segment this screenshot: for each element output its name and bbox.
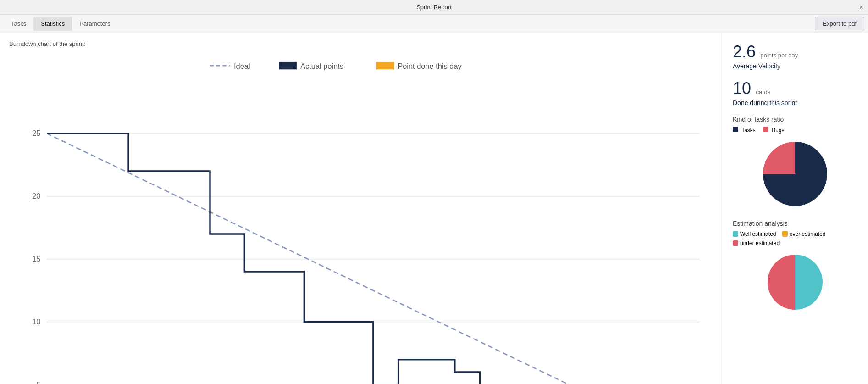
tab-tasks[interactable]: Tasks [4,17,33,31]
estimation-block: Estimation analysis Well estimated over … [733,220,857,314]
over-legend-dot [782,231,788,237]
svg-rect-2 [376,62,394,69]
cards-block: 10 cards Done during this sprint [733,79,857,106]
tasks-legend-label: Tasks [741,127,756,134]
svg-text:15: 15 [32,255,40,263]
title-bar: Sprint Report × [0,0,868,15]
legend-done-label: Point done this day [398,62,462,70]
tab-parameters[interactable]: Parameters [72,17,117,31]
ratio-pie [733,137,857,211]
svg-text:5: 5 [36,380,40,384]
bugs-pie-slice [763,142,795,174]
estimation-title: Estimation analysis [733,220,857,227]
velocity-value: 2.6 [733,42,756,61]
close-button[interactable]: × [859,3,863,11]
right-panel: 2.6 points per day Average Velocity 10 c… [721,33,868,384]
cards-unit: cards [756,89,771,95]
ratio-title: Kind of tasks ratio [733,116,857,123]
over-legend-label: over estimated [790,231,826,237]
export-button[interactable]: Export to pdf [815,17,864,30]
estimation-pie [733,250,857,314]
under-legend-dot [733,240,738,246]
tab-statistics[interactable]: Statistics [33,17,72,31]
window-title: Sprint Report [416,4,452,11]
chart-area: Burndown chart of the sprint: Ideal Actu… [0,33,721,384]
svg-text:10: 10 [32,317,40,326]
velocity-label: Average Velocity [733,62,857,70]
ratio-legend: Tasks Bugs [733,127,857,134]
cards-value: 10 [733,79,751,98]
main-content: Burndown chart of the sprint: Ideal Actu… [0,33,868,384]
estimation-legend: Well estimated over estimated under esti… [733,231,857,247]
velocity-block: 2.6 points per day Average Velocity [733,42,857,70]
bugs-legend-dot [763,127,768,132]
burndown-chart: Ideal Actual points Point done this day [9,51,712,384]
ratio-block: Kind of tasks ratio Tasks Bugs [733,116,857,211]
legend-ideal-label: Ideal [234,62,250,70]
main-window: Sprint Report × Tasks Statistics Paramet… [0,0,868,384]
bugs-legend-label: Bugs [772,127,784,134]
tasks-legend-dot [733,127,738,132]
well-pie-slice [795,255,823,310]
under-pie-slice [768,255,795,310]
well-legend-dot [733,231,738,237]
under-legend-label: under estimated [740,240,780,246]
chart-title: Burndown chart of the sprint: [9,40,712,47]
well-legend-label: Well estimated [740,231,776,237]
tab-bar: Tasks Statistics Parameters Export to pd… [0,15,868,33]
svg-text:25: 25 [32,129,40,137]
velocity-unit: points per day [761,52,798,59]
svg-rect-1 [279,62,297,69]
svg-text:20: 20 [32,192,40,200]
y-axis: 25 20 15 10 5 0 [32,129,699,384]
legend-actual-label: Actual points [300,62,343,70]
cards-label: Done during this sprint [733,99,857,106]
actual-line [47,134,700,384]
